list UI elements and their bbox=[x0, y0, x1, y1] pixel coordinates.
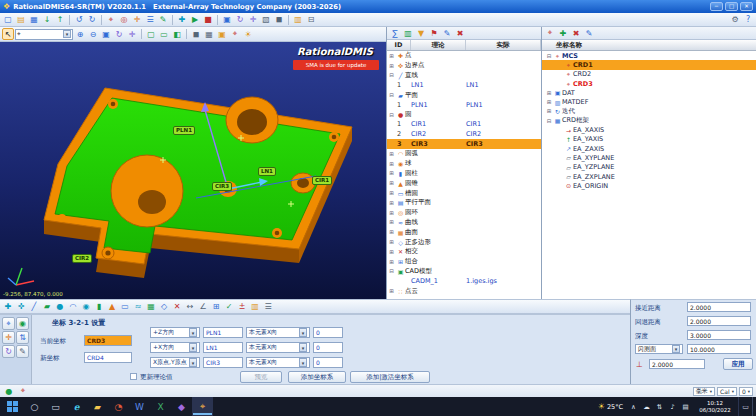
wireframe-view-icon[interactable]: ▦ bbox=[203, 28, 215, 40]
coord-tree-row[interactable]: ▱EA_XYPLANE bbox=[542, 153, 756, 162]
tree-expander-icon[interactable]: ⊟ bbox=[387, 268, 396, 274]
approach-distance-field[interactable]: 2.0000 bbox=[687, 302, 751, 312]
column-actual[interactable]: 实际 bbox=[466, 40, 541, 50]
feature-group-row[interactable]: ⊟╱直线 bbox=[387, 71, 541, 81]
view-front-icon[interactable]: ▭ bbox=[158, 28, 170, 40]
view-iso-icon[interactable]: ◧ bbox=[171, 28, 183, 40]
3d-viewport[interactable]: RationalDMIS SMA is due for update -9.25… bbox=[0, 42, 386, 299]
network-icon[interactable]: ⇅ bbox=[653, 397, 666, 416]
tree-expander-icon[interactable]: ⊟ bbox=[387, 112, 396, 118]
probe-select[interactable]: Cal▾ bbox=[717, 387, 737, 396]
coord-tree-row[interactable]: ⌖CRD2 bbox=[542, 70, 756, 79]
program-icon[interactable]: ☰ bbox=[144, 14, 156, 26]
tree-expander-icon[interactable]: ⊟ bbox=[387, 92, 396, 98]
measure-plane-icon[interactable]: ▰ bbox=[41, 301, 53, 313]
tree-expander-icon[interactable]: ⊞ bbox=[387, 239, 396, 245]
teach-mode-icon[interactable]: ✎ bbox=[157, 14, 169, 26]
cad-visibility-icon[interactable]: ▣ bbox=[216, 28, 228, 40]
tree-expander-icon[interactable]: ⊞ bbox=[387, 210, 396, 216]
feature-item-row[interactable]: 3CIR3CIR3 bbox=[387, 139, 541, 149]
feature-group-row[interactable]: ⊞▤平行平面 bbox=[387, 198, 541, 208]
settings-icon[interactable]: ⚙ bbox=[729, 14, 741, 26]
save-icon[interactable]: ▦ bbox=[28, 14, 40, 26]
feature-group-row[interactable]: ⊞⊞组合 bbox=[387, 257, 541, 267]
onedrive-icon[interactable]: ☁ bbox=[640, 397, 653, 416]
undo-icon[interactable]: ↺ bbox=[73, 14, 85, 26]
measure-cone-icon[interactable]: ▲ bbox=[106, 301, 118, 313]
feature-item-row[interactable]: 1LN1LN1 bbox=[387, 80, 541, 90]
measure-arc-icon[interactable]: ◠ bbox=[67, 301, 79, 313]
feature-group-row[interactable]: ⊞▭槽圆 bbox=[387, 188, 541, 198]
origin-element-field[interactable]: CIR3 bbox=[203, 357, 243, 368]
feature-tag[interactable]: CIR2 bbox=[72, 254, 92, 263]
report-icon[interactable]: ▥ bbox=[249, 301, 261, 313]
run-program-icon[interactable]: ▶ bbox=[189, 14, 201, 26]
new-coordinate-field[interactable]: CRD4 bbox=[84, 352, 132, 363]
title-bar[interactable]: ❖ RationalDMIS64-SR(TM) V2020.1.1 Extern… bbox=[0, 0, 756, 13]
output-icon[interactable]: ☰ bbox=[262, 301, 274, 313]
measure-slot-icon[interactable]: ▭ bbox=[119, 301, 131, 313]
tree-expander-icon[interactable]: ⊞ bbox=[387, 259, 396, 265]
excel-icon[interactable]: X bbox=[150, 397, 171, 416]
coord-tree-row[interactable]: ⊞▥MATDEF bbox=[542, 97, 756, 106]
speed-field[interactable]: 10.0000 bbox=[687, 344, 751, 354]
sma-update-banner[interactable]: SMA is due for update bbox=[293, 60, 379, 70]
measure-sphere-icon[interactable]: ◉ bbox=[80, 301, 92, 313]
flag-icon[interactable]: ⚑ bbox=[428, 27, 440, 39]
machine-status-icon[interactable]: ● bbox=[3, 385, 15, 397]
coord-tree-row[interactable]: →EA_XAXIS bbox=[542, 125, 756, 134]
z-mode-select[interactable]: 本元素X向▾ bbox=[246, 327, 310, 338]
tree-expander-icon[interactable]: ⊟ bbox=[545, 118, 553, 124]
coord-tree-row[interactable]: ↑EA_YAXIS bbox=[542, 135, 756, 144]
browser-icon[interactable]: ◔ bbox=[108, 397, 129, 416]
tree-expander-icon[interactable]: ⊞ bbox=[387, 249, 396, 255]
rotate-view-icon[interactable]: ↻ bbox=[234, 14, 246, 26]
apply-button[interactable]: 应用 bbox=[723, 358, 753, 370]
import-icon[interactable]: ↓ bbox=[41, 14, 53, 26]
coord-tree-row[interactable]: ↗EA_ZAXIS bbox=[542, 144, 756, 153]
tip-select[interactable]: 0▾ bbox=[739, 387, 753, 396]
coord-tree-row[interactable]: ⊞↻迭代 bbox=[542, 107, 756, 116]
feature-group-row[interactable]: ⊟▣CAD模型 bbox=[387, 267, 541, 277]
app-icon-purple[interactable]: ◆ bbox=[171, 397, 192, 416]
construct-intersection-icon[interactable]: ✕ bbox=[171, 301, 183, 313]
column-theoretical[interactable]: 理论 bbox=[411, 40, 466, 50]
feature-tag[interactable]: LN1 bbox=[258, 167, 276, 176]
tree-expander-icon[interactable]: ⊟ bbox=[387, 72, 396, 78]
tree-expander-icon[interactable]: ⊞ bbox=[387, 190, 396, 196]
feature-group-row[interactable]: ⊞◎圆环 bbox=[387, 208, 541, 218]
x-element-field[interactable]: LN1 bbox=[203, 342, 243, 353]
show-desktop-button[interactable] bbox=[752, 397, 756, 416]
measure-cylinder-icon[interactable]: ▮ bbox=[93, 301, 105, 313]
feature-group-row[interactable]: ⊞◠圆弧 bbox=[387, 149, 541, 159]
z-direction-select[interactable]: +Z方向▾ bbox=[150, 327, 200, 338]
preview-button[interactable]: 预览 bbox=[240, 371, 282, 383]
close-button[interactable]: ✕ bbox=[740, 2, 753, 11]
feature-group-row[interactable]: ⊞≈曲线 bbox=[387, 218, 541, 228]
notification-button[interactable]: ▭ bbox=[738, 397, 752, 416]
stop-icon[interactable]: ■ bbox=[202, 14, 214, 26]
origin-offset-field[interactable]: 0 bbox=[313, 357, 343, 368]
tree-expander-icon[interactable]: ⊞ bbox=[545, 108, 553, 114]
construct-feature-icon[interactable]: ⊞ bbox=[210, 301, 222, 313]
export-icon[interactable]: ↑ bbox=[54, 14, 66, 26]
coord-tree-row[interactable]: ▱EA_YZPLANE bbox=[542, 163, 756, 172]
help-icon[interactable]: ? bbox=[742, 14, 754, 26]
feature-tag[interactable]: CIR1 bbox=[312, 176, 332, 185]
taskbar-clock[interactable]: 10:12 06/30/2022 bbox=[692, 397, 738, 416]
feature-item-row[interactable]: 2CIR2CIR2 bbox=[387, 129, 541, 139]
measure-polygon-icon[interactable]: ◇ bbox=[158, 301, 170, 313]
feature-tag[interactable]: CIR3 bbox=[212, 182, 232, 191]
measure-boundary-point-icon[interactable]: ✜ bbox=[15, 301, 27, 313]
coord-tree-row[interactable]: ⊞▣DAT bbox=[542, 88, 756, 97]
coord-tree-row[interactable]: ⊟▦CRD框架 bbox=[542, 116, 756, 125]
pan-view-icon[interactable]: ✛ bbox=[126, 28, 138, 40]
pan-view-icon[interactable]: ✛ bbox=[247, 14, 259, 26]
z-offset-field[interactable]: 0 bbox=[313, 327, 343, 338]
tolerance-icon[interactable]: ± bbox=[236, 301, 248, 313]
weather-widget[interactable]: ☀ 25°C bbox=[594, 397, 627, 416]
measure-surface-icon[interactable]: ▦ bbox=[145, 301, 157, 313]
tab-manual[interactable]: ✎ bbox=[16, 345, 29, 358]
delete-feature-icon[interactable]: ✖ bbox=[454, 27, 466, 39]
open-file-icon[interactable]: ▤ bbox=[15, 14, 27, 26]
